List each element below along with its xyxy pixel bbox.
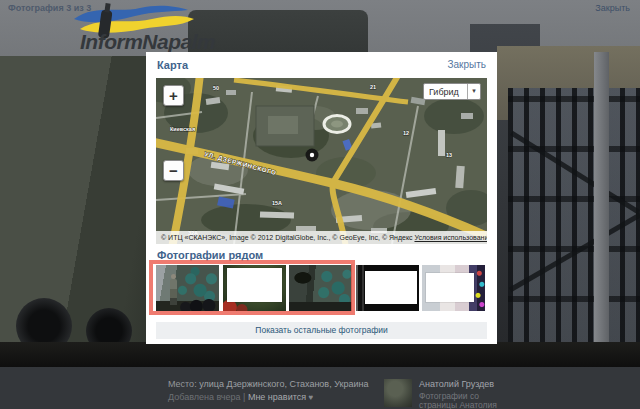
separator: | [241, 392, 248, 402]
background-gate-pillar [594, 52, 609, 352]
house-number: 50 [213, 85, 219, 91]
heart-icon: ♥ [309, 393, 314, 402]
house-number: 12 [403, 130, 409, 136]
background-gate [508, 88, 640, 346]
terms-of-use-link[interactable]: Условия использования [414, 234, 487, 241]
map-canvas: УЛ. ДЗЕРЖИНСКОГО Киевская 50 21 34 12 46… [156, 78, 487, 244]
photobox-close-link[interactable]: Закрыть [595, 3, 630, 13]
map-attribution: © ИТЦ «СКАНЭКС», Image © 2012 DigitalGlo… [156, 231, 487, 244]
nearby-photo-thumbnail-1[interactable] [156, 265, 219, 311]
map-zoom-out-button[interactable]: − [163, 160, 184, 181]
nearby-photo-thumbnail-5[interactable] [422, 265, 485, 311]
house-number: 13 [446, 152, 452, 158]
nearby-photo-thumbnail-3[interactable] [289, 265, 352, 311]
nearby-photos-title: Фотографии рядом [157, 249, 263, 261]
attribution-text: © ИТЦ «СКАНЭКС», Image © 2012 DigitalGlo… [161, 234, 414, 241]
screen: Фотография 3 из 3 Закрыть InformNapalm К… [0, 0, 640, 409]
show-more-photos-button[interactable]: Показать остальные фотографии [156, 322, 487, 339]
chevron-down-icon: ▾ [467, 84, 480, 99]
map-type-value: Гибрид [429, 87, 459, 97]
house-number: 15А [272, 200, 282, 206]
place-label: Место: [168, 379, 199, 389]
added-date: Добавлена вчера [168, 392, 241, 402]
minus-icon: − [169, 162, 178, 179]
soldier-figure [170, 279, 177, 305]
photo-meta-line: Добавлена вчера | Мне нравится ♥ [168, 392, 313, 402]
street-label-kievskaya: Киевская [170, 126, 195, 132]
nearby-photo-thumbnail-2[interactable] [223, 265, 286, 311]
like-link[interactable]: Мне нравится [248, 392, 306, 402]
censor-box [365, 271, 417, 304]
photo-place-line: Место: улица Дзержинского, Стаханов, Укр… [168, 379, 368, 389]
dialog-close-link[interactable]: Закрыть [447, 59, 486, 70]
satellite-map[interactable]: УЛ. ДЗЕРЖИНСКОГО Киевская 50 21 34 12 46… [156, 78, 487, 244]
plus-icon: + [169, 87, 178, 104]
place-link[interactable]: улица Дзержинского, Стаханов, Украина [199, 379, 368, 389]
dialog-title: Карта [157, 59, 188, 71]
map-type-selector[interactable]: Гибрид ▾ [423, 83, 481, 100]
soldier-figure [171, 274, 176, 279]
nearby-photo-thumbnail-4[interactable] [356, 265, 419, 311]
author-name-link[interactable]: Анатолий Груздев [419, 379, 494, 389]
watermark-title: InformNapalm [80, 30, 215, 54]
map-zoom-in-button[interactable]: + [163, 85, 184, 106]
map-dialog: Карта Закрыть [146, 52, 497, 344]
censor-box [426, 273, 474, 302]
censor-box [227, 268, 282, 302]
author-avatar[interactable] [384, 379, 412, 407]
photo-source-line2: страницы Анатолия [419, 400, 497, 409]
background-photo-bottom [0, 342, 640, 368]
house-number: 21 [370, 84, 376, 90]
